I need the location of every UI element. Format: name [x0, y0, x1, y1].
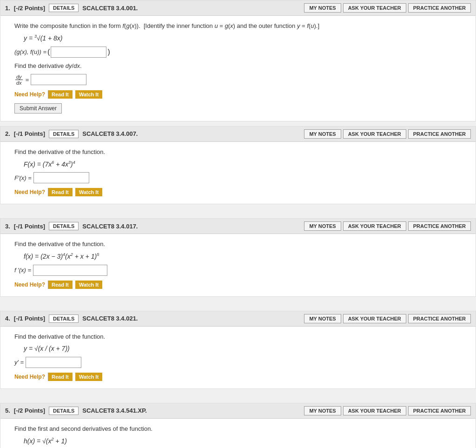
problem-5-my-notes-btn[interactable]: MY NOTES	[304, 406, 341, 415]
problem-1-submit-area: Submit Answer	[14, 99, 466, 114]
problem-1-dy: dy	[15, 74, 23, 80]
problem-5-ask-teacher-btn[interactable]: ASK YOUR TEACHER	[343, 406, 406, 415]
problem-1-content: Write the composite function in the form…	[0, 16, 476, 121]
problem-1-derivative-input[interactable]	[31, 74, 86, 85]
problem-1-number: 1.	[5, 5, 10, 12]
problem-5-number: 5.	[5, 407, 10, 414]
problem-2-my-notes-btn[interactable]: MY NOTES	[304, 129, 341, 139]
problem-4-math: y = √(x / (x + 7))	[24, 345, 466, 352]
problem-1-open-paren: (	[47, 48, 50, 56]
problem-3-my-notes-btn[interactable]: MY NOTES	[304, 221, 341, 231]
problem-5-details-btn[interactable]: DETAILS	[49, 407, 79, 415]
problem-4-my-notes-btn[interactable]: MY NOTES	[304, 314, 341, 323]
problem-1-ask-teacher-btn[interactable]: ASK YOUR TEACHER	[343, 3, 406, 13]
problem-1-equals: =	[26, 76, 29, 83]
problem-1-details-btn[interactable]: DETAILS	[49, 4, 79, 12]
problem-3-header: 3. [-/1 Points] DETAILS SCALCET8 3.4.017…	[0, 219, 476, 234]
problem-3-instruction: Find the derivative of the function.	[14, 241, 466, 247]
problem-2-need-help: Need Help? Read It Watch It	[14, 188, 466, 196]
problem-1-read-it-btn[interactable]: Read It	[48, 90, 73, 99]
problem-2-header: 2. [-/1 Points] DETAILS SCALCET8 3.4.007…	[0, 127, 476, 142]
problem-2: 2. [-/1 Points] DETAILS SCALCET8 3.4.007…	[0, 126, 476, 205]
problem-3-practice-btn[interactable]: PRACTICE ANOTHER	[408, 221, 471, 231]
problem-4-details-btn[interactable]: DETAILS	[49, 314, 79, 323]
problem-4-points: [-/1 Points]	[14, 315, 45, 322]
problem-2-answer-input[interactable]	[33, 172, 89, 183]
problem-1-id: SCALCET8 3.4.001.	[82, 5, 300, 12]
problem-4: 4. [-/1 Points] DETAILS SCALCET8 3.4.021…	[0, 311, 476, 389]
problem-3-need-help: Need Help? Read It Watch It	[14, 281, 466, 289]
problem-4-watch-it-btn[interactable]: Watch It	[75, 373, 102, 381]
problem-3-math: f(x) = (2x − 3)4(x2 + x + 1)5	[24, 252, 466, 260]
problem-4-ask-teacher-btn[interactable]: ASK YOUR TEACHER	[343, 314, 406, 323]
problem-3-points: [-/1 Points]	[14, 223, 45, 230]
problem-2-details-btn[interactable]: DETAILS	[49, 130, 79, 138]
problem-4-need-help-label: Need Help?	[14, 374, 45, 380]
problem-2-content: Find the derivative of the function. F(x…	[0, 142, 476, 204]
problem-3-ask-teacher-btn[interactable]: ASK YOUR TEACHER	[343, 221, 406, 231]
problem-5-practice-btn[interactable]: PRACTICE ANOTHER	[408, 406, 471, 415]
problem-5-math: h(x) = √(x2 + 1)	[24, 437, 466, 445]
problem-3-number: 3.	[5, 223, 10, 230]
problem-5-content: Find the first and second derivatives of…	[0, 419, 476, 448]
problem-4-answer-input[interactable]	[26, 357, 81, 368]
problem-1-need-help-label: Need Help?	[14, 91, 45, 98]
problem-5-header: 5. [-/2 Points] DETAILS SCALCET8 3.4.541…	[0, 403, 476, 419]
problem-2-ask-teacher-btn[interactable]: ASK YOUR TEACHER	[343, 129, 406, 139]
spacer-4	[0, 394, 476, 403]
problem-3-input-label: f ′(x) =	[14, 267, 31, 274]
problem-2-instruction: Find the derivative of the function.	[14, 148, 466, 155]
problem-3: 3. [-/1 Points] DETAILS SCALCET8 3.4.017…	[0, 218, 476, 297]
problem-5-points: [-/2 Points]	[14, 407, 45, 414]
problem-5-header-buttons: MY NOTES ASK YOUR TEACHER PRACTICE ANOTH…	[304, 406, 471, 415]
problem-2-id: SCALCET8 3.4.007.	[82, 130, 300, 137]
problem-4-id: SCALCET8 3.4.021.	[82, 315, 300, 322]
problem-1-header-buttons: MY NOTES ASK YOUR TEACHER PRACTICE ANOTH…	[304, 3, 471, 13]
problem-1-points: [-/2 Points]	[14, 5, 45, 12]
problem-2-practice-btn[interactable]: PRACTICE ANOTHER	[408, 129, 471, 139]
problem-3-input-row: f ′(x) =	[14, 265, 466, 276]
problem-4-read-it-btn[interactable]: Read It	[48, 373, 73, 381]
problem-2-read-it-btn[interactable]: Read It	[48, 188, 73, 196]
problem-4-instruction: Find the derivative of the function.	[14, 333, 466, 340]
problem-1-dydx-fraction: dy dx	[15, 74, 23, 86]
problem-1-composite-input[interactable]	[51, 47, 106, 58]
problem-3-header-buttons: MY NOTES ASK YOUR TEACHER PRACTICE ANOTH…	[304, 221, 471, 231]
problem-3-watch-it-btn[interactable]: Watch It	[75, 281, 102, 289]
problem-4-header: 4. [-/1 Points] DETAILS SCALCET8 3.4.021…	[0, 311, 476, 327]
problem-1-need-help: Need Help? Read It Watch It	[14, 90, 466, 99]
problem-4-input-row: y′ =	[14, 357, 466, 368]
problem-2-input-row: F′(x) =	[14, 172, 466, 183]
problem-1: 1. [-/2 Points] DETAILS SCALCET8 3.4.001…	[0, 0, 476, 121]
problem-2-watch-it-btn[interactable]: Watch It	[75, 188, 102, 196]
problem-3-content: Find the derivative of the function. f(x…	[0, 234, 476, 296]
problem-1-my-notes-btn[interactable]: MY NOTES	[304, 3, 341, 13]
problem-1-composite-row: (g(x), f(u)) = ( )	[14, 47, 466, 58]
problem-1-submit-btn[interactable]: Submit Answer	[14, 103, 62, 114]
problem-5-instruction: Find the first and second derivatives of…	[14, 425, 466, 432]
problem-3-read-it-btn[interactable]: Read It	[48, 281, 73, 289]
problem-2-header-buttons: MY NOTES ASK YOUR TEACHER PRACTICE ANOTH…	[304, 129, 471, 139]
problem-1-derivative-instruction: Find the derivative dy/dx.	[14, 62, 466, 69]
problem-2-math: F(x) = (7x6 + 4x3)4	[24, 160, 466, 168]
problem-5: 5. [-/2 Points] DETAILS SCALCET8 3.4.541…	[0, 403, 476, 448]
problem-2-number: 2.	[5, 130, 10, 137]
problem-1-instruction: Write the composite function in the form…	[14, 22, 466, 29]
problem-4-practice-btn[interactable]: PRACTICE ANOTHER	[408, 314, 471, 323]
problem-1-composite-label: (g(x), f(u)) =	[14, 48, 46, 55]
problem-4-need-help: Need Help? Read It Watch It	[14, 373, 466, 381]
spacer-2	[0, 209, 476, 218]
problem-1-dx: dx	[15, 80, 23, 86]
problem-5-id: SCALCET8 3.4.541.XP.	[82, 407, 300, 414]
problem-2-input-label: F′(x) =	[14, 174, 32, 181]
problem-4-input-label: y′ =	[14, 359, 24, 366]
problem-1-close-paren: )	[107, 48, 110, 56]
problem-1-practice-btn[interactable]: PRACTICE ANOTHER	[408, 3, 471, 13]
problem-3-id: SCALCET8 3.4.017.	[82, 223, 300, 230]
problem-3-details-btn[interactable]: DETAILS	[49, 222, 79, 230]
problem-3-answer-input[interactable]	[33, 265, 107, 276]
problem-2-need-help-label: Need Help?	[14, 189, 45, 195]
problem-1-dydx-row: dy dx =	[14, 74, 466, 86]
problem-1-watch-it-btn[interactable]: Watch It	[75, 90, 102, 99]
problem-4-header-buttons: MY NOTES ASK YOUR TEACHER PRACTICE ANOTH…	[304, 314, 471, 323]
